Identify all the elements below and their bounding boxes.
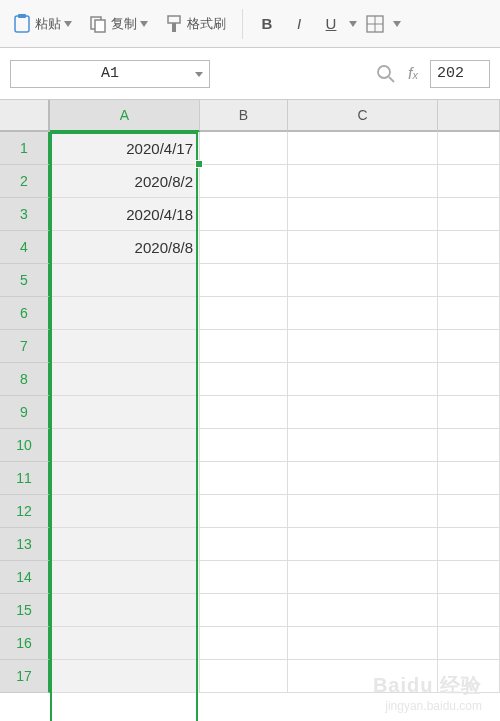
cell-B6[interactable] [200,297,288,330]
cell-B3[interactable] [200,198,288,231]
cell-1[interactable] [438,132,500,165]
cell-A6[interactable] [50,297,200,330]
underline-button[interactable]: U [317,10,345,38]
row-header-9[interactable]: 9 [0,396,50,429]
cell-12[interactable] [438,495,500,528]
cell-5[interactable] [438,264,500,297]
row-header-1[interactable]: 1 [0,132,50,165]
cell-C10[interactable] [288,429,438,462]
cell-B4[interactable] [200,231,288,264]
zoom-lens-icon[interactable] [376,64,396,84]
cell-A14[interactable] [50,561,200,594]
select-all-corner[interactable] [0,100,50,132]
row-header-4[interactable]: 4 [0,231,50,264]
row-header-11[interactable]: 11 [0,462,50,495]
cell-B8[interactable] [200,363,288,396]
row-header-10[interactable]: 10 [0,429,50,462]
cell-A2[interactable]: 2020/8/2 [50,165,200,198]
fill-handle[interactable] [195,160,203,168]
row-header-8[interactable]: 8 [0,363,50,396]
cell-B11[interactable] [200,462,288,495]
cell-B10[interactable] [200,429,288,462]
paste-button[interactable]: 粘贴 [6,9,78,39]
cell-2[interactable] [438,165,500,198]
cell-C14[interactable] [288,561,438,594]
cell-C1[interactable] [288,132,438,165]
cell-A7[interactable] [50,330,200,363]
cell-C5[interactable] [288,264,438,297]
dropdown-arrow-icon[interactable] [349,21,357,27]
cell-A15[interactable] [50,594,200,627]
row-header-13[interactable]: 13 [0,528,50,561]
fx-icon[interactable]: fx [408,65,418,83]
column-header-A[interactable]: A [50,100,200,132]
cell-A5[interactable] [50,264,200,297]
cell-15[interactable] [438,594,500,627]
cell-C8[interactable] [288,363,438,396]
cell-B12[interactable] [200,495,288,528]
cell-A3[interactable]: 2020/4/18 [50,198,200,231]
cell-B2[interactable] [200,165,288,198]
cell-A11[interactable] [50,462,200,495]
column-header-B[interactable]: B [200,100,288,132]
borders-button[interactable] [361,10,389,38]
copy-button[interactable]: 复制 [82,10,154,38]
bold-button[interactable]: B [253,10,281,38]
row-header-3[interactable]: 3 [0,198,50,231]
cell-14[interactable] [438,561,500,594]
cell-A9[interactable] [50,396,200,429]
cell-17[interactable] [438,660,500,693]
cell-A10[interactable] [50,429,200,462]
cell-13[interactable] [438,528,500,561]
cell-C9[interactable] [288,396,438,429]
cell-B7[interactable] [200,330,288,363]
cell-A16[interactable] [50,627,200,660]
cell-C16[interactable] [288,627,438,660]
cell-6[interactable] [438,297,500,330]
row-header-12[interactable]: 12 [0,495,50,528]
cell-C2[interactable] [288,165,438,198]
cell-B16[interactable] [200,627,288,660]
cell-16[interactable] [438,627,500,660]
cell-C4[interactable] [288,231,438,264]
cell-C6[interactable] [288,297,438,330]
cell-4[interactable] [438,231,500,264]
format-painter-button[interactable]: 格式刷 [158,10,232,38]
cell-10[interactable] [438,429,500,462]
column-header-C[interactable]: C [288,100,438,132]
cell-C7[interactable] [288,330,438,363]
cell-B13[interactable] [200,528,288,561]
row-header-6[interactable]: 6 [0,297,50,330]
cell-11[interactable] [438,462,500,495]
cell-C17[interactable] [288,660,438,693]
cell-A4[interactable]: 2020/8/8 [50,231,200,264]
cell-B14[interactable] [200,561,288,594]
cell-B5[interactable] [200,264,288,297]
cell-A17[interactable] [50,660,200,693]
cell-C11[interactable] [288,462,438,495]
italic-button[interactable]: I [285,10,313,38]
cell-B9[interactable] [200,396,288,429]
cell-C12[interactable] [288,495,438,528]
formula-bar-input[interactable]: 202 [430,60,490,88]
cell-C3[interactable] [288,198,438,231]
row-header-7[interactable]: 7 [0,330,50,363]
row-header-15[interactable]: 15 [0,594,50,627]
cell-9[interactable] [438,396,500,429]
row-header-17[interactable]: 17 [0,660,50,693]
row-header-14[interactable]: 14 [0,561,50,594]
cell-A13[interactable] [50,528,200,561]
cell-B17[interactable] [200,660,288,693]
cell-B1[interactable] [200,132,288,165]
row-header-16[interactable]: 16 [0,627,50,660]
cell-A1[interactable]: 2020/4/17 [50,132,200,165]
dropdown-arrow-icon[interactable] [393,21,401,27]
cell-B15[interactable] [200,594,288,627]
row-header-2[interactable]: 2 [0,165,50,198]
cell-C13[interactable] [288,528,438,561]
row-header-5[interactable]: 5 [0,264,50,297]
cell-A8[interactable] [50,363,200,396]
grid[interactable]: 12020/4/1722020/8/232020/4/1842020/8/856… [0,132,500,693]
cell-C15[interactable] [288,594,438,627]
cell-A12[interactable] [50,495,200,528]
